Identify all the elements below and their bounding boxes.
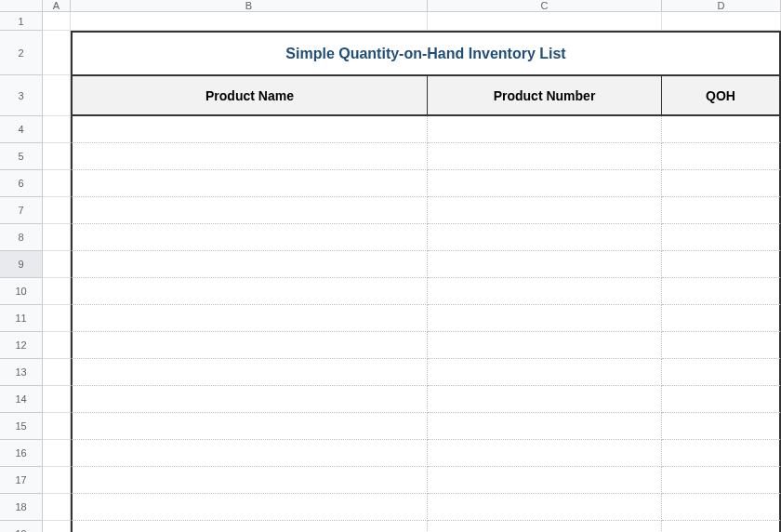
cell-b16[interactable]: [71, 440, 428, 467]
cell-c17[interactable]: [428, 467, 662, 494]
cell-d15[interactable]: [662, 413, 781, 440]
cell-b15[interactable]: [71, 413, 428, 440]
select-all-corner[interactable]: [0, 0, 43, 11]
row-headers: 1 2 3 4 5 6 7 8 9 10 11 12 13 14 15 16 1…: [0, 12, 43, 532]
cell-c11[interactable]: [428, 305, 662, 332]
cell-a6[interactable]: [43, 170, 71, 197]
cell-c1[interactable]: [428, 12, 662, 31]
row-header-11[interactable]: 11: [0, 305, 42, 332]
cell-c14[interactable]: [428, 386, 662, 413]
cell-a5[interactable]: [43, 143, 71, 170]
cell-d5[interactable]: [662, 143, 781, 170]
cell-b7[interactable]: [71, 197, 428, 224]
cell-a8[interactable]: [43, 224, 71, 251]
cell-d8[interactable]: [662, 224, 781, 251]
row-header-3[interactable]: 3: [0, 75, 42, 116]
row-header-18[interactable]: 18: [0, 494, 42, 521]
row-header-4[interactable]: 4: [0, 116, 42, 143]
cell-d19[interactable]: [662, 521, 781, 532]
row-header-2[interactable]: 2: [0, 31, 42, 75]
cell-a2[interactable]: [43, 31, 71, 75]
row-header-5[interactable]: 5: [0, 143, 42, 170]
row-header-15[interactable]: 15: [0, 413, 42, 440]
cell-a18[interactable]: [43, 494, 71, 521]
cell-a3[interactable]: [43, 75, 71, 116]
row-header-19[interactable]: 19: [0, 521, 42, 532]
row-header-14[interactable]: 14: [0, 386, 42, 413]
cell-b4[interactable]: [71, 116, 428, 143]
cell-a11[interactable]: [43, 305, 71, 332]
row-header-12[interactable]: 12: [0, 332, 42, 359]
cell-c12[interactable]: [428, 332, 662, 359]
header-qoh[interactable]: QOH: [662, 75, 781, 116]
cell-b8[interactable]: [71, 224, 428, 251]
inventory-title-cell[interactable]: Simple Quantity-on-Hand Inventory List: [71, 31, 781, 75]
cell-a1[interactable]: [43, 12, 71, 31]
cell-b13[interactable]: [71, 359, 428, 386]
cell-b14[interactable]: [71, 386, 428, 413]
cell-a17[interactable]: [43, 467, 71, 494]
cell-d6[interactable]: [662, 170, 781, 197]
row-header-17[interactable]: 17: [0, 467, 42, 494]
cell-b17[interactable]: [71, 467, 428, 494]
header-product-name[interactable]: Product Name: [71, 75, 428, 116]
cell-d11[interactable]: [662, 305, 781, 332]
row-header-13[interactable]: 13: [0, 359, 42, 386]
cell-d10[interactable]: [662, 278, 781, 305]
cell-b6[interactable]: [71, 170, 428, 197]
cell-a14[interactable]: [43, 386, 71, 413]
cell-b5[interactable]: [71, 143, 428, 170]
cell-a19[interactable]: [43, 521, 71, 532]
cell-a13[interactable]: [43, 359, 71, 386]
cell-b1[interactable]: [71, 12, 428, 31]
cell-b11[interactable]: [71, 305, 428, 332]
cell-d12[interactable]: [662, 332, 781, 359]
cell-d13[interactable]: [662, 359, 781, 386]
row-header-10[interactable]: 10: [0, 278, 42, 305]
cell-c6[interactable]: [428, 170, 662, 197]
column-header-b[interactable]: B: [71, 0, 428, 11]
cell-d7[interactable]: [662, 197, 781, 224]
cell-b19[interactable]: [71, 521, 428, 532]
cell-c10[interactable]: [428, 278, 662, 305]
column-header-a[interactable]: A: [43, 0, 71, 11]
cell-d4[interactable]: [662, 116, 781, 143]
cell-b9[interactable]: [71, 251, 428, 278]
cell-b12[interactable]: [71, 332, 428, 359]
cell-c4[interactable]: [428, 116, 662, 143]
cell-a15[interactable]: [43, 413, 71, 440]
cell-c13[interactable]: [428, 359, 662, 386]
cell-d18[interactable]: [662, 494, 781, 521]
cell-a10[interactable]: [43, 278, 71, 305]
cell-a9[interactable]: [43, 251, 71, 278]
row-header-7[interactable]: 7: [0, 197, 42, 224]
cell-a7[interactable]: [43, 197, 71, 224]
row-header-1[interactable]: 1: [0, 12, 42, 31]
cell-c18[interactable]: [428, 494, 662, 521]
row-header-8[interactable]: 8: [0, 224, 42, 251]
column-header-d[interactable]: D: [662, 0, 781, 11]
cell-d1[interactable]: [662, 12, 781, 31]
cell-a12[interactable]: [43, 332, 71, 359]
row-header-9[interactable]: 9: [0, 251, 42, 278]
cell-b18[interactable]: [71, 494, 428, 521]
cell-c19[interactable]: [428, 521, 662, 532]
grid-area[interactable]: Simple Quantity-on-Hand Inventory List P…: [43, 12, 781, 532]
cell-d9[interactable]: [662, 251, 781, 278]
cell-d17[interactable]: [662, 467, 781, 494]
row-header-16[interactable]: 16: [0, 440, 42, 467]
cell-d14[interactable]: [662, 386, 781, 413]
cell-c7[interactable]: [428, 197, 662, 224]
column-header-c[interactable]: C: [428, 0, 662, 11]
cell-c16[interactable]: [428, 440, 662, 467]
cell-c8[interactable]: [428, 224, 662, 251]
cell-a16[interactable]: [43, 440, 71, 467]
cell-c15[interactable]: [428, 413, 662, 440]
header-product-number[interactable]: Product Number: [428, 75, 662, 116]
cell-c9[interactable]: [428, 251, 662, 278]
cell-c5[interactable]: [428, 143, 662, 170]
cell-d16[interactable]: [662, 440, 781, 467]
cell-a4[interactable]: [43, 116, 71, 143]
row-header-6[interactable]: 6: [0, 170, 42, 197]
cell-b10[interactable]: [71, 278, 428, 305]
